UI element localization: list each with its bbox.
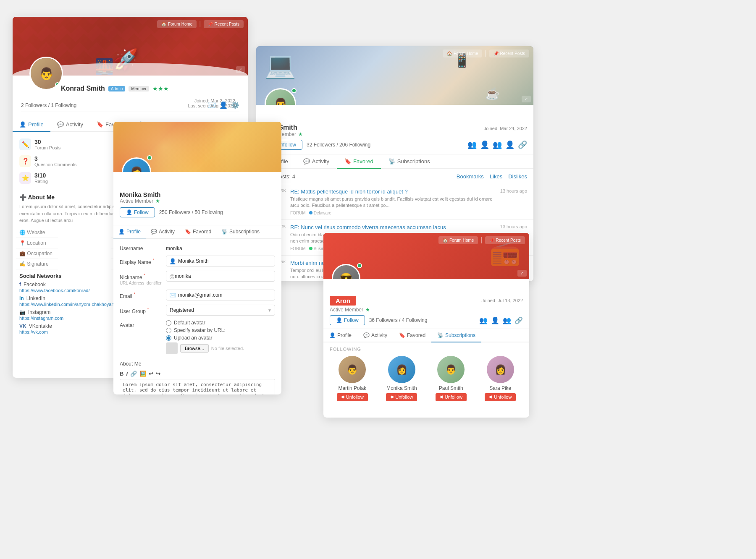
username-val: monika: [166, 243, 275, 251]
image-btn[interactable]: 🖼️: [139, 371, 146, 377]
monika-edit-card: 👩 Monika Smith Active Member ★ 👤 Follow …: [113, 122, 281, 394]
aron-star: ★: [365, 307, 370, 313]
link-btn[interactable]: 🔗: [130, 371, 137, 377]
konrad-profile-section: 👨 Konrad Smith Admin Member ★★★ Joined: …: [13, 76, 248, 116]
monika-profile-info: Monika Smith Active Member ★ 👤 Follow 25…: [113, 172, 281, 225]
aron-profile-info: Aron Active Member ★ 👤 Follow 36 Followe…: [323, 279, 529, 329]
avatar-thumb: [166, 342, 178, 354]
paul-expand-btn[interactable]: ⤢: [522, 96, 531, 102]
unfollow-martin-btn[interactable]: ✖ Unfollow: [337, 393, 368, 401]
email-input[interactable]: [166, 290, 275, 300]
forum-posts-icon: ✏️: [19, 138, 31, 150]
avatar-default-radio[interactable]: [166, 320, 171, 326]
user-group-select[interactable]: Registered Administrator Moderator: [166, 305, 275, 316]
sara-avatar: 👩: [487, 356, 514, 383]
paul-tab-subscriptions[interactable]: 📡 Subscriptions: [381, 154, 438, 169]
expand-btn[interactable]: ⤢: [236, 66, 245, 73]
question-icon: ❓: [19, 155, 31, 167]
banner-nav: 🏠 Forum Home | 📌 Recent Posts: [157, 20, 244, 28]
facebook-icon: f: [19, 282, 21, 287]
recent-posts-btn[interactable]: 📌 Recent Posts: [204, 20, 244, 28]
tab-activity[interactable]: 💬 Activity: [50, 118, 90, 132]
monika-following-name: Monika Smith: [386, 385, 417, 391]
paul-role: Active Member ★: [262, 131, 527, 137]
following-grid: 👨 Martin Polak ✖ Unfollow 👩 Monika Smith…: [330, 356, 523, 401]
edit-tab-activity[interactable]: 💬 Activity: [146, 225, 180, 239]
monika-name: Monika Smith: [120, 191, 275, 198]
aron-tab-activity[interactable]: 💬 Activity: [357, 329, 393, 342]
aron-add-icon[interactable]: 👤: [491, 316, 499, 324]
likes-btn[interactable]: Likes: [490, 173, 502, 180]
paul-online: [291, 88, 297, 93]
rating-stars: ★★★: [152, 85, 169, 92]
avatar-upload-option[interactable]: Upload an avatar: [166, 335, 275, 341]
edit-tab-profile[interactable]: 👤 Profile: [113, 225, 146, 239]
edit-tab-subscriptions[interactable]: 📡 Subscriptions: [216, 225, 265, 239]
italic-btn[interactable]: I: [126, 371, 128, 377]
bookmark-item-1: BOOKMARK 🔖 RE: Mattis pellentesque id ni…: [256, 184, 533, 220]
paul-follow-count: 32 Followers / 206 Following: [307, 142, 370, 148]
unfollow-paul-btn[interactable]: ✖ Unfollow: [436, 393, 467, 401]
aron-forum-home-btn[interactable]: 🏠 Forum Home: [438, 236, 478, 244]
browse-btn[interactable]: Browse...: [180, 344, 209, 353]
aron-tab-subscriptions[interactable]: 📡 Subscriptions: [431, 329, 481, 342]
aron-tab-favored[interactable]: 🔖 Favored: [393, 329, 431, 342]
bookmarks-btn[interactable]: Bookmarks: [457, 173, 484, 180]
aron-settings-icon[interactable]: 🔗: [514, 316, 523, 324]
aron-action-icons: 👥 👤 👥 🔗: [479, 316, 523, 324]
unfollow-sara-btn[interactable]: ✖ Unfollow: [485, 393, 516, 401]
avatar-browse-row: Browse... No file selected.: [166, 342, 275, 354]
about-me-textarea[interactable]: Lorem ipsum dolor sit amet, consectetur …: [120, 379, 275, 394]
nickname-input[interactable]: [166, 271, 275, 282]
follow-monika-btn[interactable]: 👤 Follow: [120, 207, 155, 217]
user-group-row: User Group * Registered Administrator Mo…: [120, 305, 275, 316]
paul-person-icon[interactable]: 👤: [505, 140, 514, 149]
favored-header: Total Posts: 4 Bookmarks Likes Dislikes: [256, 169, 533, 184]
display-name-row: Display Name * 👤: [120, 256, 275, 266]
redo-btn[interactable]: ↪: [156, 371, 160, 377]
favored-action-btns: Bookmarks Likes Dislikes: [457, 173, 527, 180]
dislikes-btn[interactable]: Dislikes: [508, 173, 527, 180]
display-name-input[interactable]: [166, 256, 275, 266]
monika-online: [147, 155, 152, 160]
bm-title-1: RE: Mattis pellentesque id nibh tortor i…: [290, 188, 496, 195]
laptop-icon: 💻: [265, 50, 296, 80]
paul-profile-info: Paul Smith Active Member ★ 👤 Unfollow 32…: [256, 105, 533, 154]
following-paul: 👨 Paul Smith ✖ Unfollow: [428, 356, 474, 401]
aron-tab-profile[interactable]: 👤 Profile: [323, 329, 357, 342]
monika-banner: 👩: [113, 122, 281, 172]
paul-following-avatar: 👨: [437, 356, 465, 383]
edit-tab-favored[interactable]: 🔖 Favored: [180, 225, 216, 239]
aron-banner-nav: 🏠 Forum Home | 📌 Recent Posts: [438, 236, 525, 244]
paul-banner: 💻 📱 ☕ 👨 🏠 Forum Home | 📌 Recent Posts ⤢: [256, 46, 533, 105]
paul-actions: 👥 👤 👥 👤 🔗: [467, 140, 527, 149]
monika-star: ★: [155, 198, 160, 204]
bm-title-2: RE: Nunc vel risus commodo viverra maece…: [290, 224, 496, 230]
paul-settings-icon[interactable]: 🔗: [518, 140, 527, 149]
avatar-url-radio[interactable]: [166, 328, 171, 333]
email-row: Email * ✉️: [120, 290, 275, 300]
undo-btn[interactable]: ↩: [149, 371, 153, 377]
mail-icon: ✉️: [169, 292, 176, 298]
avatar-url-option[interactable]: Specify avatar by URL:: [166, 327, 275, 333]
paul-add-icon[interactable]: 👤: [480, 140, 489, 149]
following-martin: 👨 Martin Polak ✖ Unfollow: [330, 356, 375, 401]
aron-people-icon[interactable]: 👥: [479, 316, 488, 324]
paul-people-icon[interactable]: 👥: [467, 140, 477, 149]
aron-group-icon[interactable]: 👥: [503, 316, 511, 324]
avatar-default-option[interactable]: Default avatar: [166, 320, 275, 326]
aron-expand-btn[interactable]: ⤢: [517, 270, 527, 277]
paul-forum-home-btn[interactable]: 🏠 Forum Home: [443, 50, 482, 57]
paul-recent-posts-btn[interactable]: 📌 Recent Posts: [489, 50, 529, 57]
aron-recent-posts-btn[interactable]: 📌 Recent Posts: [485, 236, 525, 244]
tab-profile[interactable]: 👤 Profile: [13, 118, 50, 132]
bold-btn[interactable]: B: [120, 371, 123, 377]
aron-online: [357, 263, 362, 268]
avatar-upload-radio[interactable]: [166, 335, 171, 341]
forum-home-btn[interactable]: 🏠 Forum Home: [157, 20, 197, 28]
paul-tab-activity[interactable]: 💬 Activity: [296, 154, 337, 169]
paul-group-icon[interactable]: 👥: [493, 140, 502, 149]
paul-tab-favored[interactable]: 🔖 Favored: [337, 154, 381, 169]
unfollow-monika-btn[interactable]: ✖ Unfollow: [386, 393, 417, 401]
follow-aron-btn[interactable]: 👤 Follow: [330, 315, 365, 325]
